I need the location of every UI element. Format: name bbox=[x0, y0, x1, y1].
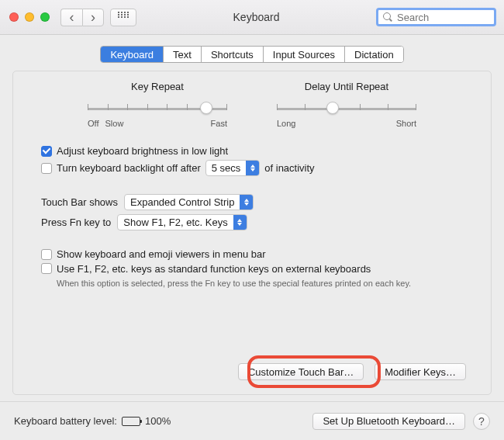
footer: Keyboard battery level: 100% Set Up Blue… bbox=[0, 401, 504, 440]
key-repeat-off-label: Off bbox=[88, 119, 98, 128]
tab-input-sources[interactable]: Input Sources bbox=[264, 47, 345, 62]
window-controls bbox=[9, 12, 50, 22]
show-viewers-row: Show keyboard and emoji viewers in menu … bbox=[41, 248, 463, 260]
preferences-window: Keyboard Keyboard Text Shortcuts Input S… bbox=[0, 0, 504, 440]
close-icon[interactable] bbox=[9, 12, 19, 22]
tab-keyboard[interactable]: Keyboard bbox=[101, 47, 164, 62]
chevron-right-icon bbox=[91, 10, 95, 24]
delay-slider-group: Delay Until Repeat Long Short bbox=[277, 81, 416, 128]
window-title: Keyboard bbox=[143, 11, 370, 23]
show-viewers-checkbox[interactable] bbox=[41, 249, 52, 260]
stepper-arrows-icon bbox=[240, 195, 253, 210]
delay-label: Delay Until Repeat bbox=[277, 81, 416, 92]
delay-short-label: Short bbox=[396, 119, 416, 128]
tabs: Keyboard Text Shortcuts Input Sources Di… bbox=[100, 46, 403, 63]
search-icon bbox=[383, 12, 392, 22]
tab-text[interactable]: Text bbox=[164, 47, 202, 62]
search-field[interactable] bbox=[376, 8, 496, 26]
tab-shortcuts[interactable]: Shortcuts bbox=[202, 47, 264, 62]
search-input[interactable] bbox=[395, 11, 489, 24]
backlight-off-checkbox[interactable] bbox=[41, 163, 52, 174]
keyboard-battery-status: Keyboard battery level: 100% bbox=[14, 415, 171, 427]
fn-select[interactable]: Show F1, F2, etc. Keys bbox=[117, 214, 247, 230]
touchbar-select[interactable]: Expanded Control Strip bbox=[124, 194, 254, 210]
body: Keyboard Text Shortcuts Input Sources Di… bbox=[0, 35, 504, 401]
touchbar-value: Expanded Control Strip bbox=[125, 196, 240, 208]
setup-bluetooth-keyboard-button[interactable]: Set Up Bluetooth Keyboard… bbox=[312, 413, 465, 430]
show-all-button[interactable] bbox=[110, 9, 136, 26]
delay-slider[interactable] bbox=[277, 102, 416, 116]
panel-buttons: Customize Touch Bar… Modifier Keys… bbox=[238, 363, 466, 380]
adjust-brightness-label: Adjust keyboard brightness in low light bbox=[57, 145, 228, 157]
minimize-icon[interactable] bbox=[25, 12, 34, 22]
modifier-keys-button[interactable]: Modifier Keys… bbox=[375, 363, 466, 380]
use-f-keys-checkbox[interactable] bbox=[41, 263, 52, 274]
backlight-off-row: Turn keyboard backlight off after 5 secs… bbox=[41, 160, 463, 176]
forward-button[interactable] bbox=[82, 9, 104, 26]
customize-touch-bar-button[interactable]: Customize Touch Bar… bbox=[238, 363, 364, 380]
key-repeat-slider-group: Key Repeat Off Slow Fast bbox=[88, 81, 227, 128]
battery-percent: 100% bbox=[145, 415, 171, 427]
use-f-keys-row: Use F1, F2, etc. keys as standard functi… bbox=[41, 263, 463, 275]
adjust-brightness-row: Adjust keyboard brightness in low light bbox=[41, 145, 463, 157]
touchbar-row: Touch Bar shows Expanded Control Strip bbox=[41, 194, 463, 210]
show-viewers-label: Show keyboard and emoji viewers in menu … bbox=[57, 248, 266, 260]
sliders-section: Key Repeat Off Slow Fast bbox=[41, 81, 463, 128]
inactivity-suffix: of inactivity bbox=[264, 162, 314, 174]
stepper-arrows-icon bbox=[246, 161, 259, 175]
zoom-icon[interactable] bbox=[40, 12, 50, 22]
key-repeat-label: Key Repeat bbox=[88, 81, 227, 92]
back-button[interactable] bbox=[60, 9, 82, 26]
battery-label: Keyboard battery level: bbox=[14, 415, 117, 427]
use-f-keys-help: When this option is selected, press the … bbox=[57, 278, 463, 289]
fn-value: Show F1, F2, etc. Keys bbox=[118, 217, 233, 228]
touchbar-label: Touch Bar shows bbox=[41, 196, 118, 208]
chevron-left-icon bbox=[70, 10, 74, 24]
use-f-keys-label: Use F1, F2, etc. keys as standard functi… bbox=[57, 263, 371, 275]
footer-actions: Set Up Bluetooth Keyboard… ? bbox=[312, 413, 490, 430]
help-button[interactable]: ? bbox=[473, 413, 490, 430]
stepper-arrows-icon bbox=[233, 215, 247, 230]
keyboard-panel: Key Repeat Off Slow Fast bbox=[12, 71, 492, 395]
key-repeat-fast-label: Fast bbox=[211, 119, 227, 128]
tabs-row: Keyboard Text Shortcuts Input Sources Di… bbox=[12, 46, 492, 63]
grid-icon bbox=[118, 12, 129, 23]
toolbar: Keyboard bbox=[0, 0, 504, 35]
key-repeat-slider[interactable] bbox=[88, 102, 227, 116]
backlight-timeout-select[interactable]: 5 secs bbox=[205, 160, 261, 176]
backlight-timeout-value: 5 secs bbox=[206, 162, 247, 174]
adjust-brightness-checkbox[interactable] bbox=[41, 146, 52, 157]
nav-back-forward bbox=[60, 9, 104, 26]
tab-dictation[interactable]: Dictation bbox=[345, 47, 403, 62]
fn-row: Press Fn key to Show F1, F2, etc. Keys bbox=[41, 214, 463, 230]
delay-long-label: Long bbox=[277, 119, 295, 128]
fn-label: Press Fn key to bbox=[41, 217, 111, 228]
backlight-off-label: Turn keyboard backlight off after bbox=[57, 162, 201, 174]
battery-icon bbox=[122, 417, 140, 426]
key-repeat-slow-label: Slow bbox=[105, 119, 123, 128]
